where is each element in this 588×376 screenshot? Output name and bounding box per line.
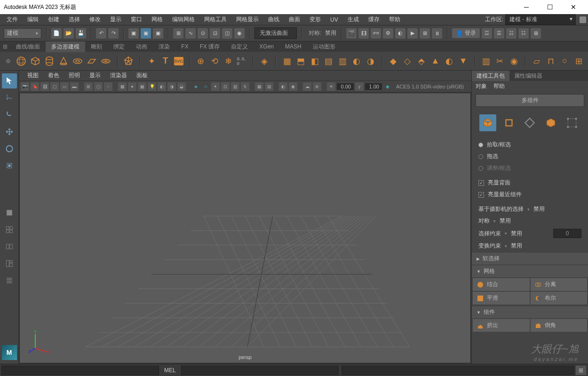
subdivide-icon[interactable]: ◇ — [402, 55, 413, 68]
op-extrude[interactable]: 挤出 — [473, 319, 530, 332]
shelf-tab-sculpt[interactable]: 雕刻 — [85, 41, 108, 52]
tool-settings-icon[interactable]: ⊞ — [531, 28, 541, 39]
select-tool[interactable] — [2, 73, 17, 88]
edge-mode-icon[interactable] — [521, 114, 538, 131]
menu-modify[interactable]: 修改 — [85, 16, 105, 24]
workspace-dropdown[interactable]: 建模 - 标准▾ — [505, 14, 576, 25]
center-pivot-icon[interactable]: ⊕ — [195, 55, 207, 68]
layout-two-icon[interactable] — [2, 239, 17, 254]
reset-transform-icon[interactable]: ⟲ — [209, 55, 220, 68]
shelf-tab-xgen[interactable]: XGen — [254, 42, 279, 51]
playblast-icon[interactable]: ▶ — [407, 28, 418, 39]
constraint-value-input[interactable]: 0 — [553, 229, 581, 238]
wireframe-icon[interactable]: ▦ — [118, 82, 127, 91]
component-header[interactable]: ▼组件 — [472, 306, 588, 318]
outliner-icon[interactable]: ☲ — [482, 28, 492, 39]
snap-curve-icon[interactable]: ∿ — [185, 28, 196, 39]
save-scene-icon[interactable]: 💾 — [76, 28, 86, 39]
gamma-value[interactable]: 1.00 — [365, 83, 382, 90]
combine-icon[interactable]: ◈ — [259, 55, 270, 68]
face-mode-icon[interactable] — [542, 114, 559, 131]
shelf-gear-icon[interactable]: ⚙ — [4, 56, 13, 66]
soft-select-header[interactable]: ▶软选择 — [472, 253, 588, 264]
uv-cylindrical-icon[interactable]: ⊓ — [545, 55, 556, 68]
poly-count-icon[interactable]: ▥ — [231, 82, 239, 91]
op-smooth[interactable]: 平滑 — [473, 292, 530, 304]
motion-blur-icon[interactable]: ◒ — [177, 82, 186, 91]
mirror-icon[interactable]: ⬘ — [416, 55, 427, 68]
shelf-tab-animation[interactable]: 动画 — [130, 41, 153, 52]
safe-action-icon[interactable]: ▢ — [94, 82, 103, 91]
select-constraint-row[interactable]: 选择约束▾ 禁用 0 — [472, 227, 588, 240]
menu-uv[interactable]: UV — [326, 16, 343, 23]
script-editor-icon[interactable]: ⊞ — [576, 366, 586, 375]
shelf-tab-mash[interactable]: MASH — [279, 42, 307, 51]
render-seq-icon[interactable]: ⊞ — [420, 28, 430, 39]
boolean-icon[interactable]: ▥ — [480, 55, 492, 68]
new-scene-icon[interactable]: 📄 — [51, 28, 62, 39]
render-clapper-icon[interactable]: 🎞 — [358, 28, 369, 39]
safe-title-icon[interactable]: ▫ — [104, 82, 112, 91]
append-icon[interactable]: ▥ — [337, 55, 349, 68]
close-button[interactable]: ✕ — [566, 3, 580, 11]
op-combine[interactable]: 结合 — [473, 278, 530, 291]
radio-drag[interactable]: 拖选 — [478, 151, 581, 162]
smooth-shade-icon[interactable]: ● — [128, 82, 136, 91]
shelf-tab-poly[interactable]: 多边形建模 — [46, 41, 85, 52]
wireframe-shaded-icon[interactable]: ⊡ — [221, 82, 230, 91]
poly-platonic-icon[interactable] — [123, 55, 134, 68]
graph-editor-icon[interactable]: ☰ — [494, 28, 504, 39]
poly-svg-icon[interactable]: SVG — [174, 57, 183, 65]
menu-display[interactable]: 显示 — [105, 16, 126, 24]
menu-set-dropdown[interactable]: 建模 — [4, 28, 41, 39]
vertex-mode-icon[interactable] — [501, 114, 517, 131]
default-material-icon[interactable]: ◉ — [289, 82, 297, 91]
menu-edit[interactable]: 编辑 — [23, 16, 43, 24]
panel-menu-panels[interactable]: 面板 — [132, 72, 152, 80]
command-line[interactable] — [181, 366, 339, 375]
poly-sphere-icon[interactable] — [16, 55, 27, 68]
live-surface-field[interactable]: 无激活曲面 — [254, 27, 297, 39]
panel-menu-show[interactable]: 显示 — [85, 72, 105, 80]
select-by-component-icon[interactable]: ▣ — [153, 28, 163, 39]
rp-menu-object[interactable]: 对象 — [476, 82, 487, 90]
extrude-shelf-icon[interactable]: ⬒ — [295, 55, 307, 68]
snap-grid-icon[interactable]: ⊞ — [173, 28, 183, 39]
uv-spherical-icon[interactable]: ○ — [559, 55, 571, 68]
menu-file[interactable]: 文件 — [2, 16, 23, 24]
view-transform-icon[interactable]: ◉ — [383, 82, 392, 91]
shelf-tab-fxcache[interactable]: FX 缓存 — [194, 41, 226, 52]
shelf-tab-motion[interactable]: 运动图形 — [307, 41, 341, 52]
fill-hole-icon[interactable]: ◐ — [351, 55, 362, 68]
menu-create[interactable]: 创建 — [43, 16, 64, 24]
menu-surfaces[interactable]: 曲面 — [284, 16, 305, 24]
lock-icon[interactable] — [580, 16, 586, 23]
menu-help[interactable]: 帮助 — [384, 16, 405, 24]
target-weld-icon[interactable]: ◉ — [509, 55, 520, 68]
snap-projection-icon[interactable]: ⊡ — [210, 28, 220, 39]
ao-icon[interactable]: ◑ — [167, 82, 176, 91]
ipr-icon[interactable]: IPR — [371, 28, 381, 39]
symmetry-row[interactable]: 对称▾ 禁用 — [472, 215, 588, 227]
use-lights-icon[interactable]: 💡 — [148, 82, 156, 91]
hardware-fog-icon[interactable]: ☁ — [303, 82, 311, 91]
menu-cache[interactable]: 缓存 — [364, 16, 384, 24]
render-setup-icon[interactable]: 🎬 — [346, 28, 357, 39]
exposure-value[interactable]: 0.00 — [337, 83, 354, 90]
paint-select-tool[interactable] — [2, 107, 17, 122]
exposure-icon[interactable]: ☀ — [327, 82, 335, 91]
menu-mesh-tools[interactable]: 网格工具 — [199, 16, 231, 24]
xray-icon[interactable]: ◇ — [201, 82, 210, 91]
multi-cut-icon[interactable]: ✂ — [494, 55, 506, 68]
login-button[interactable]: 👤登录 — [452, 28, 480, 38]
check-backface[interactable]: ✓亮显背面 — [478, 177, 581, 189]
multi-component-button[interactable]: 多组件 — [476, 94, 584, 107]
smooth-shelf-icon[interactable]: ◆ — [388, 55, 399, 68]
uv-auto-icon[interactable]: ⊞ — [573, 55, 584, 68]
poly-cylinder-icon[interactable] — [44, 55, 55, 68]
shadows-icon[interactable]: ◐ — [158, 82, 166, 91]
anti-alias-icon[interactable]: ⊛ — [313, 82, 321, 91]
deform-icon[interactable]: ↯ — [241, 82, 249, 91]
bookmark-icon[interactable]: 🔖 — [31, 82, 39, 91]
layout-single-icon[interactable] — [2, 205, 17, 220]
